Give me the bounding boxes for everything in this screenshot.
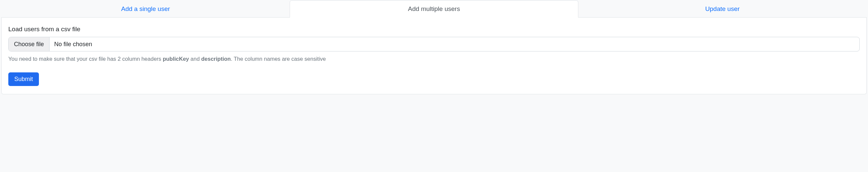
tab-update-user[interactable]: Update user <box>578 0 867 18</box>
choose-file-button[interactable]: Choose file <box>9 37 50 51</box>
file-chosen-status: No file chosen <box>50 37 859 51</box>
tab-panel-add-multiple: Load users from a csv file Choose file N… <box>1 18 867 94</box>
help-col-publickey: publicKey <box>163 56 189 62</box>
help-text-suffix: . The column names are case sensitive <box>231 56 326 62</box>
tab-add-multiple-users[interactable]: Add multiple users <box>290 0 578 18</box>
tab-add-single-user[interactable]: Add a single user <box>1 0 290 18</box>
submit-button[interactable]: Submit <box>8 72 39 86</box>
csv-help-text: You need to make sure that your csv file… <box>8 55 860 63</box>
tabs-nav: Add a single user Add multiple users Upd… <box>1 0 867 18</box>
csv-file-label: Load users from a csv file <box>8 26 860 33</box>
help-col-description: description <box>201 56 231 62</box>
help-text-and: and <box>189 56 201 62</box>
csv-file-input[interactable]: Choose file No file chosen <box>8 37 860 51</box>
user-admin-panel: Add a single user Add multiple users Upd… <box>0 0 868 96</box>
help-text-prefix: You need to make sure that your csv file… <box>8 56 163 62</box>
